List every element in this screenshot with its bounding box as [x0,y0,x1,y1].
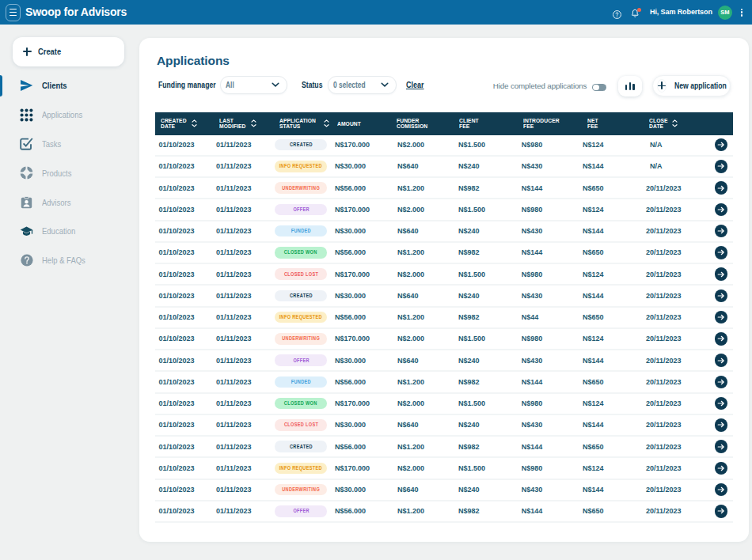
created-date-cell: 01/10/2023 [155,378,211,386]
status-badge: INFO REQUESTED [275,161,327,172]
open-application-button[interactable] [715,181,728,195]
hamburger-line [9,12,17,13]
status-label: Status [302,81,322,89]
sidebar-item-clients[interactable]: Clients [0,71,139,100]
table-header: CREATEDDATELASTMODIFIEDAPPLICATIONSTATUS… [155,112,733,135]
row-actions-cell [705,289,733,303]
open-application-button[interactable] [715,246,728,259]
table-row: 01/10/202301/11/2023CREATEDN$56.000N$1.2… [155,437,733,458]
funder-comission-cell: N$2.000 [392,399,454,407]
column-header-created-date[interactable]: CREATEDDATE [155,118,211,130]
funder-comission-cell: N$640 [392,162,454,170]
table-row: 01/10/202301/11/2023FUNDEDN$56.000N$1.20… [155,372,733,393]
dot [741,9,743,11]
introducer-fee-cell: N$144 [517,378,578,386]
open-application-button[interactable] [715,267,728,281]
net-fee-cell: N$124 [578,141,640,149]
introducer-fee-cell: N$144 [517,248,578,256]
created-date-cell: 01/10/2023 [155,313,211,321]
net-fee-cell: N$650 [578,378,640,386]
client-fee-cell: N$982 [454,313,517,321]
open-application-button[interactable] [715,311,728,324]
clients-icon [20,79,33,93]
client-fee-cell: N$240 [454,227,517,235]
more-options-icon[interactable] [741,9,743,17]
sidebar-item-tasks[interactable]: Tasks [0,130,139,159]
column-header-last-modified[interactable]: LASTMODIFIED [211,118,267,130]
clear-filters-link[interactable]: Clear [406,81,424,89]
open-application-button[interactable] [715,483,728,497]
funding-manager-select[interactable]: All [220,76,288,94]
introducer-fee-cell: N$144 [517,507,578,515]
open-application-button[interactable] [715,225,728,238]
funder-comission-cell: N$2.000 [392,464,454,472]
sidebar-item-label: Education [42,226,75,236]
close-date-cell: 20/11/2023 [640,421,705,429]
help-icon[interactable] [613,8,621,17]
sort-icons[interactable] [672,119,678,127]
hamburger-menu-button[interactable] [6,4,21,21]
applications-table: CREATEDDATELASTMODIFIEDAPPLICATIONSTATUS… [155,112,733,523]
main-card: Applications Funding manager All Status … [139,38,749,542]
table-row: 01/10/202301/11/2023CLOSED WONN$170.000N… [155,394,733,415]
open-application-button[interactable] [715,397,728,411]
column-header-funder-comission: FUNDERCOMISSION [392,118,454,130]
avatar[interactable]: SM [718,6,732,20]
open-application-button[interactable] [715,354,728,367]
column-header-application-status[interactable]: APPLICATIONSTATUS [266,118,330,130]
sidebar-item-education[interactable]: Education [0,217,139,246]
open-application-button[interactable] [715,203,728,217]
chart-view-button[interactable] [618,76,642,97]
status-select[interactable]: 0 selected [328,76,397,94]
funder-comission-cell: N$640 [392,421,454,429]
column-header-close-date[interactable]: CLOSEDATE [640,118,705,130]
open-application-button[interactable] [715,376,728,389]
open-application-button[interactable] [715,440,728,453]
sort-icons[interactable] [324,119,329,127]
sort-icons[interactable] [192,119,197,127]
application-status-cell: CLOSED WON [266,398,330,409]
status-badge: INFO REQUESTED [275,312,327,323]
amount-cell: N$170.000 [330,141,392,149]
amount-cell: N$170.000 [330,335,392,342]
advisors-icon [20,195,33,209]
sidebar-item-advisors[interactable]: Advisors [0,187,139,217]
notifications-bell-icon[interactable] [631,7,640,17]
close-date-cell: 20/11/2023 [640,184,705,192]
sidebar-item-products[interactable]: Products [0,158,139,187]
close-date-cell: 20/11/2023 [640,206,705,214]
open-application-button[interactable] [715,138,728,152]
open-application-button[interactable] [715,332,728,346]
status-badge: CREATED [275,290,327,301]
open-application-button[interactable] [715,505,728,518]
created-date-cell: 01/10/2023 [155,162,211,170]
hamburger-line [9,15,17,16]
application-status-cell: OFFER [266,505,330,516]
row-actions-cell [705,332,733,346]
net-fee-cell: N$144 [578,292,640,300]
application-status-cell: INFO REQUESTED [266,312,330,323]
status-badge: CREATED [275,441,327,452]
hide-completed-toggle[interactable] [592,84,606,91]
funder-comission-cell: N$1.200 [392,507,454,515]
close-date-cell: 20/11/2023 [640,227,705,235]
open-application-button[interactable] [715,462,728,475]
row-actions-cell [705,440,733,453]
open-application-button[interactable] [715,289,728,303]
net-fee-cell: N$144 [578,227,640,235]
new-application-button[interactable]: New application [652,75,731,96]
sidebar: Create ClientsApplicationsTasksProductsA… [0,25,139,560]
status-badge: CLOSED WON [275,398,327,409]
open-application-button[interactable] [715,160,728,173]
application-status-cell: INFO REQUESTED [266,463,330,474]
sidebar-item-applications[interactable]: Applications [0,100,139,130]
open-application-button[interactable] [715,418,728,432]
client-fee-cell: N$1.500 [454,464,517,472]
close-date-cell: 20/11/2023 [640,335,705,342]
sidebar-item-help-faqs[interactable]: Help & FAQs [0,246,139,275]
sort-icons[interactable] [251,119,256,127]
net-fee-cell: N$650 [578,184,640,192]
net-fee-cell: N$124 [578,271,640,278]
create-button[interactable]: Create [13,37,124,67]
introducer-fee-cell: N$980 [517,399,578,407]
